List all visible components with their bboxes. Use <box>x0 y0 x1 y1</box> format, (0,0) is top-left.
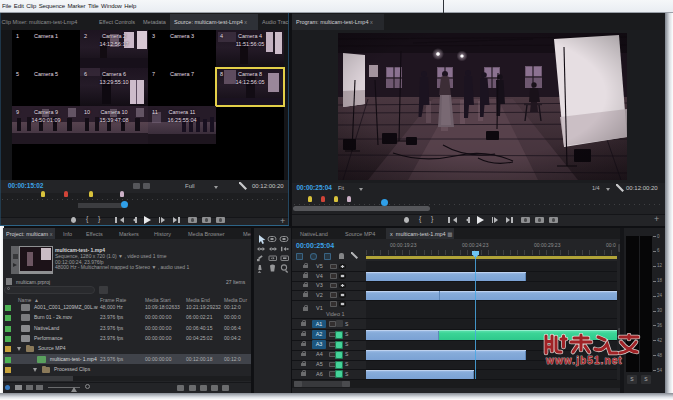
svg-text:www.jb51.net: www.jb51.net <box>545 355 623 366</box>
